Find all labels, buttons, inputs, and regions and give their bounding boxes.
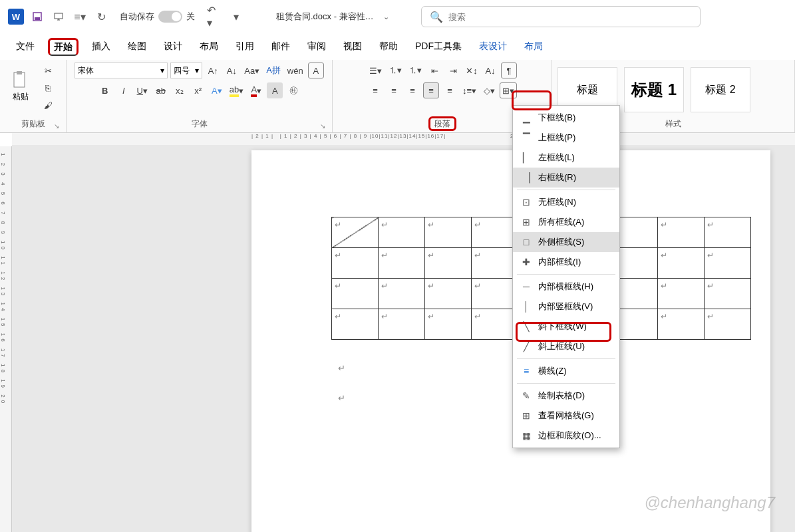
tab-home[interactable]: 开始 — [48, 38, 79, 56]
border-inside-v[interactable]: │内部竖框线(V) — [513, 297, 619, 317]
draw-table[interactable]: ✎绘制表格(D) — [513, 386, 619, 406]
tab-draw[interactable]: 绘图 — [124, 38, 150, 55]
launcher-icon[interactable]: ↘ — [320, 122, 325, 130]
font-color-icon[interactable]: A▾ — [248, 82, 264, 98]
tab-design[interactable]: 设计 — [160, 38, 186, 55]
subscript-button[interactable]: x₂ — [172, 82, 188, 98]
table-cell-diagonal[interactable]: ↵ — [332, 217, 379, 248]
decrease-indent-icon[interactable]: ⇤ — [426, 63, 442, 78]
tab-table-design[interactable]: 表设计 — [475, 38, 511, 55]
border-top[interactable]: ▔上框线(P) — [513, 128, 619, 148]
line-spacing-icon[interactable]: ↕≡▾ — [460, 82, 478, 98]
borders-button[interactable]: ⊞▾ — [500, 82, 517, 98]
table-cell[interactable]: ↵ — [658, 279, 705, 309]
autosave-toggle[interactable]: 自动保存 关 — [120, 11, 195, 23]
tab-references[interactable]: 引用 — [232, 38, 258, 55]
table-cell[interactable]: ↵ — [472, 248, 518, 279]
table-cell[interactable]: ↵ — [425, 309, 472, 340]
char-border-icon[interactable]: A — [308, 63, 324, 78]
table-cell[interactable]: ↵ — [379, 217, 425, 248]
table-cell[interactable]: ↵ — [379, 248, 425, 279]
multilevel-icon[interactable]: ⒈▾ — [406, 63, 424, 78]
table-cell[interactable]: ↵ — [332, 248, 379, 279]
table-cell[interactable]: ↵ — [658, 217, 705, 248]
tab-help[interactable]: 帮助 — [375, 38, 402, 55]
border-right[interactable]: ▕右框线(R) — [513, 168, 619, 188]
launcher-icon[interactable]: ↘ — [54, 122, 59, 130]
align-right-icon[interactable]: ≡ — [404, 82, 420, 98]
shrink-font-icon[interactable]: A↓ — [224, 63, 239, 78]
table-cell[interactable]: ↵ — [658, 248, 705, 279]
clear-format-icon[interactable]: wén — [285, 63, 305, 78]
table-cell[interactable]: ↵ — [332, 279, 379, 309]
tab-layout[interactable]: 布局 — [196, 38, 222, 55]
table-cell[interactable]: ↵ — [705, 279, 751, 309]
table-cell[interactable]: ↵ — [332, 309, 379, 340]
tab-review[interactable]: 审阅 — [303, 38, 330, 55]
numbering-icon[interactable]: ⒈▾ — [387, 63, 404, 78]
border-inside-h[interactable]: ─内部横框线(H) — [513, 277, 619, 297]
increase-indent-icon[interactable]: ⇥ — [445, 63, 461, 78]
present-icon[interactable] — [51, 9, 67, 25]
font-name-combo[interactable]: 宋体▾ — [75, 63, 168, 78]
table-cell[interactable]: ↵ — [472, 279, 518, 309]
sort-icon[interactable]: A↓ — [482, 63, 498, 78]
table-cell[interactable]: ↵ — [472, 217, 518, 248]
distribute-icon[interactable]: ≡ — [442, 82, 458, 98]
search-input[interactable] — [448, 12, 692, 22]
table-cell[interactable]: ↵ — [705, 217, 751, 248]
tab-pdf[interactable]: PDF工具集 — [411, 38, 466, 55]
border-diag-down[interactable]: ╲斜下框线(W) — [513, 317, 619, 336]
underline-button[interactable]: U▾ — [134, 82, 150, 98]
title-chevron-icon[interactable]: ⌄ — [383, 13, 389, 21]
style-heading2[interactable]: 标题 2 — [691, 67, 750, 112]
search-box[interactable]: 🔍 — [421, 6, 701, 27]
save-icon[interactable] — [29, 9, 45, 25]
copy-icon[interactable]: ⎘ — [40, 80, 56, 96]
char-shading-icon[interactable]: A — [267, 82, 283, 98]
asian-layout-icon[interactable]: ✕↕ — [464, 63, 480, 78]
align-left-icon[interactable]: ≡ — [367, 82, 383, 98]
border-hline[interactable]: ≡横线(Z) — [513, 361, 619, 381]
table-cell[interactable]: ↵ — [658, 309, 705, 340]
tab-view[interactable]: 视图 — [339, 38, 366, 55]
shading-icon[interactable]: ◇▾ — [481, 82, 497, 98]
enclose-char-icon[interactable]: ㊓ — [285, 82, 301, 98]
border-inside[interactable]: ✚内部框线(I) — [513, 252, 619, 272]
bullets-icon[interactable]: ☰▾ — [367, 63, 384, 78]
tab-insert[interactable]: 插入 — [88, 38, 114, 55]
bold-button[interactable]: B — [97, 82, 113, 98]
table-cell[interactable]: ↵ — [379, 309, 425, 340]
align-center-icon[interactable]: ≡ — [386, 82, 402, 98]
strike-button[interactable]: ab — [153, 82, 169, 98]
undo-icon[interactable]: ↶ ▾ — [207, 9, 223, 25]
table-cell[interactable]: ↵ — [705, 248, 751, 279]
border-outside[interactable]: □外侧框线(S) — [513, 232, 619, 252]
format-painter-icon[interactable]: 🖌 — [40, 97, 56, 113]
table-cell[interactable]: ↵ — [379, 279, 425, 309]
text-effects-icon[interactable]: A▾ — [209, 82, 225, 98]
border-diag-up[interactable]: ╱斜上框线(U) — [513, 336, 619, 356]
table-cell[interactable]: ↵ — [425, 279, 472, 309]
show-marks-icon[interactable]: ¶ — [501, 63, 517, 78]
table-cell[interactable]: ↵ — [425, 217, 472, 248]
table-cell[interactable]: ↵ — [705, 309, 751, 340]
italic-button[interactable]: I — [116, 82, 132, 98]
font-size-combo[interactable]: 四号▾ — [170, 63, 202, 78]
style-heading1[interactable]: 标题 1 — [624, 67, 684, 112]
paste-button[interactable]: 粘贴 — [5, 63, 36, 109]
cut-icon[interactable]: ✂ — [40, 63, 56, 78]
more-icon[interactable]: ▾ — [228, 9, 244, 25]
table-cell[interactable]: ↵ — [472, 309, 518, 340]
justify-icon[interactable]: ≡ — [423, 82, 439, 98]
list-icon[interactable]: ≡▾ — [72, 9, 88, 25]
page[interactable]: ↵↵↵↵↵↵↵↵↵ ↵↵↵↵↵↵↵↵↵ ↵↵↵↵↵↵↵↵↵ ↵↵↵↵↵↵↵↵↵ … — [251, 150, 770, 532]
change-case-icon[interactable]: Aa▾ — [242, 63, 261, 78]
tab-table-layout[interactable]: 布局 — [520, 38, 547, 55]
border-none[interactable]: ⊡无框线(N) — [513, 192, 619, 212]
table-cell[interactable]: ↵ — [425, 248, 472, 279]
tab-mailings[interactable]: 邮件 — [267, 38, 294, 55]
grow-font-icon[interactable]: A↑ — [205, 63, 221, 78]
border-all[interactable]: ⊞所有框线(A) — [513, 212, 619, 232]
toggle-switch[interactable] — [158, 11, 182, 23]
